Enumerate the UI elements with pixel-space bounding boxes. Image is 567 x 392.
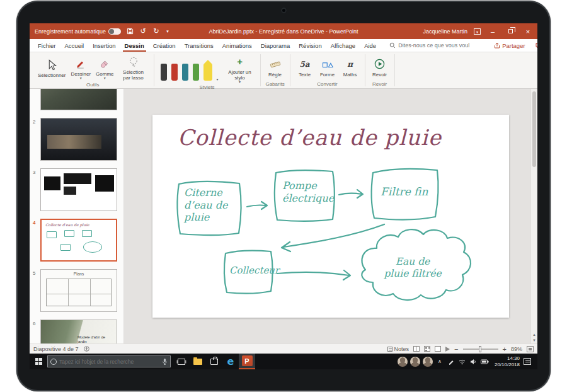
zoom-slider[interactable] (463, 349, 498, 350)
wifi-icon[interactable] (457, 354, 468, 369)
taskbar-clock[interactable]: 14:30 20/10/2018 (491, 355, 524, 367)
tab-transitions[interactable]: Transitions (180, 39, 218, 52)
thumbnail-image[interactable] (40, 118, 117, 161)
taskbar-search[interactable] (47, 355, 171, 367)
label-filtre[interactable]: Filtre fin (381, 185, 428, 199)
close-button[interactable]: × (522, 26, 534, 37)
normal-view-button[interactable] (413, 346, 420, 352)
select-tool-button[interactable]: Sélectionner (36, 57, 67, 79)
zoom-slider-thumb[interactable] (479, 346, 481, 352)
maximize-button[interactable] (505, 26, 516, 37)
slide-number: 2 (33, 118, 40, 161)
save-button[interactable] (125, 26, 134, 37)
redo-button[interactable]: ↻ (152, 26, 161, 37)
file-explorer-button[interactable] (190, 354, 206, 369)
scrollbar-thumb[interactable] (532, 91, 536, 167)
label-pompe[interactable]: Pompe électrique (282, 180, 334, 204)
tell-me-search[interactable] (389, 39, 485, 52)
tab-dessin[interactable]: Dessin (120, 39, 149, 52)
autosave-control[interactable]: Enregistrement automatique (35, 28, 121, 35)
green-pen[interactable] (193, 64, 199, 81)
thumbnail-slide-6[interactable]: 6 Modèle d'abri de jardin (33, 320, 123, 343)
edge-button[interactable]: e (222, 354, 239, 369)
thumbnail-slide-5[interactable]: 5 Plans (33, 269, 123, 312)
windows-ink-tray-icon[interactable] (445, 354, 457, 369)
slide-sorter-view-button[interactable] (424, 346, 430, 352)
teal-pen[interactable] (182, 64, 188, 81)
tab-creation[interactable]: Création (149, 39, 180, 52)
ink-to-text-button[interactable]: 5a Texte (294, 56, 316, 78)
thumbnail-slide-4-selected[interactable]: 4 Collecte d'eau de pluie (33, 219, 123, 262)
action-center-button[interactable] (524, 358, 531, 365)
tab-accueil[interactable]: Accueil (60, 39, 89, 52)
ribbon-display-options-button[interactable]: ▾ (474, 28, 481, 35)
yellow-highlighter[interactable] (203, 64, 212, 81)
add-pen-button[interactable]: + Ajouter un stylo ▾ (224, 54, 256, 84)
tab-revision[interactable]: Révision (294, 39, 326, 52)
battery-icon[interactable] (479, 354, 491, 369)
people-avatar[interactable] (423, 357, 433, 367)
mini-slide-title: Modèle d'abri de jardin (77, 335, 110, 343)
fit-to-window-button[interactable] (527, 346, 534, 352)
comments-button[interactable]: Commentaires (530, 39, 537, 52)
zoom-level[interactable]: 89% (511, 346, 522, 352)
ink-arrow-2 (339, 190, 363, 198)
people-avatar[interactable] (410, 357, 420, 367)
powerpoint-button[interactable]: P (239, 354, 255, 369)
thumbnail-slide-1[interactable]: 1 (33, 89, 123, 110)
thumbnail-image[interactable] (40, 89, 117, 110)
people-avatar[interactable] (398, 357, 408, 367)
ink-to-math-button[interactable]: π Maths (340, 56, 361, 78)
zoom-out-button[interactable]: − (454, 346, 458, 352)
black-pen[interactable] (161, 64, 167, 81)
tab-diaporama[interactable]: Diaporama (256, 39, 294, 52)
search-input[interactable] (398, 42, 485, 49)
next-slide-button[interactable]: ▼ (532, 338, 536, 342)
quick-access-chevron-icon[interactable]: ▾ (165, 26, 170, 37)
thumbnail-image[interactable]: Plans (40, 269, 117, 312)
vertical-scrollbar[interactable]: ▲ ▼ (530, 89, 537, 343)
label-citerne[interactable]: Citerne d’eau de pluie (184, 187, 227, 224)
tab-fichier[interactable]: Fichier (33, 39, 60, 52)
minimize-button[interactable]: – (487, 26, 498, 37)
store-button[interactable] (206, 354, 222, 369)
task-view-icon (178, 359, 185, 365)
start-button[interactable] (30, 354, 47, 369)
tab-insertion[interactable]: Insertion (88, 39, 120, 52)
draw-tool-button[interactable]: Dessiner ▾ (69, 55, 93, 80)
autosave-toggle[interactable] (108, 28, 121, 35)
tab-affichage[interactable]: Affichage (326, 39, 360, 52)
ink-to-shape-button[interactable]: Forme (317, 56, 338, 78)
reading-view-button[interactable] (435, 346, 441, 352)
accessibility-icon[interactable] (84, 346, 89, 352)
eraser-tool-button[interactable]: Gomme ▾ (94, 55, 115, 80)
thumbnail-image[interactable] (40, 168, 117, 211)
thumbnail-image[interactable]: Collecte d'eau de pluie (40, 219, 117, 262)
thumbnail-slide-3[interactable]: 3 (33, 168, 123, 211)
notes-button[interactable]: Notes (387, 346, 410, 352)
ink-replay-button[interactable]: Revoir (369, 56, 391, 78)
label-collecteur[interactable]: Collecteur (229, 265, 279, 276)
tab-animations[interactable]: Animations (218, 39, 256, 52)
tab-aide[interactable]: Aide (360, 39, 381, 52)
undo-button[interactable]: ↺ (139, 26, 147, 37)
thumbnail-image[interactable]: Modèle d'abri de jardin (40, 320, 117, 343)
lasso-select-button[interactable]: Sélection par lasso (117, 54, 150, 81)
red-pen[interactable] (171, 64, 178, 81)
slideshow-button[interactable] (445, 347, 450, 352)
task-view-button[interactable] (173, 354, 190, 369)
thumbnail-slide-2[interactable]: 2 (33, 118, 123, 161)
photo-house (47, 135, 101, 149)
previous-slide-button[interactable]: ▲ (532, 333, 536, 337)
ruler-button[interactable]: Règle (265, 56, 286, 78)
label-cloud[interactable]: Eau de pluie filtrée (374, 256, 451, 280)
slide-thumbnail-panel[interactable]: 1 2 3 4 (30, 89, 124, 343)
show-hidden-icons-button[interactable]: ∧ (434, 354, 445, 369)
share-button[interactable]: Partager (489, 39, 530, 52)
microphone-icon[interactable] (162, 358, 168, 366)
taskbar-search-input[interactable] (59, 359, 159, 365)
volume-icon[interactable] (468, 354, 479, 369)
zoom-in-button[interactable]: + (503, 346, 507, 352)
slide[interactable]: Collecte d’eau de pluie (152, 115, 509, 318)
pen-gallery-chevron-icon[interactable]: ▾ (217, 78, 219, 81)
